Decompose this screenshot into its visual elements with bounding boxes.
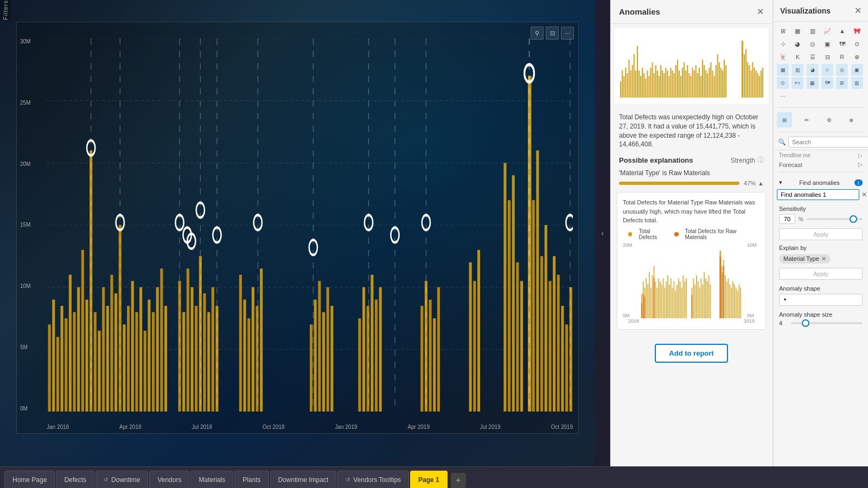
svg-rect-251: [692, 295, 693, 318]
svg-rect-134: [655, 65, 656, 98]
y-label-0m: 0M: [20, 406, 30, 412]
filters-sidebar[interactable]: Filters: [0, 0, 11, 20]
viz-icon-card[interactable]: 🃏: [777, 51, 789, 63]
viz-icon-ribbon[interactable]: 🎀: [851, 25, 863, 37]
tab-defects[interactable]: Defects: [56, 471, 94, 488]
viz-icon-active5[interactable]: ◎: [836, 64, 848, 76]
viz-icon-table[interactable]: ⊞: [777, 25, 789, 37]
tab-vendors-tooltips[interactable]: ↺ Vendors Tooltips: [337, 471, 409, 488]
anomaly-shape-input[interactable]: [779, 294, 863, 306]
add-to-report-btn[interactable]: Add to report: [655, 344, 727, 363]
viz-icon-gauge[interactable]: ⊙: [851, 38, 863, 50]
explain-by-apply-btn[interactable]: Apply: [779, 268, 863, 280]
viz-panel-close[interactable]: ✕: [854, 5, 861, 16]
viz-icon-py[interactable]: PY: [792, 77, 803, 89]
viz-icon-matrix[interactable]: ⊟: [821, 51, 833, 63]
svg-rect-188: [761, 70, 762, 98]
viz-icon-kpi[interactable]: K: [792, 51, 803, 63]
viz-icon-active6[interactable]: ▣: [851, 64, 863, 76]
svg-rect-73: [512, 175, 515, 412]
viz-icon-bar[interactable]: ▦: [792, 25, 803, 37]
viz-icon-donut[interactable]: ◎: [807, 38, 819, 50]
viz-icon-line[interactable]: 📈: [821, 25, 833, 37]
viz-search-input[interactable]: [788, 137, 868, 147]
svg-rect-206: [666, 281, 667, 318]
svg-rect-209: [671, 278, 672, 318]
svg-rect-113: [620, 81, 621, 98]
anomaly-description: Total Defects was unexpectedly high on O…: [610, 108, 773, 151]
svg-rect-68: [469, 262, 472, 412]
svg-rect-183: [752, 62, 753, 98]
shape-size-slider-thumb[interactable]: [802, 319, 809, 327]
viz-icon-map[interactable]: 🗺: [836, 38, 848, 50]
tab-downtime-impact[interactable]: Downtime Impact: [270, 471, 337, 488]
svg-rect-205: [664, 287, 665, 318]
find-anomalies-input[interactable]: [777, 189, 859, 200]
anomalies-panel-close[interactable]: ✕: [757, 7, 764, 17]
svg-rect-181: [749, 65, 750, 98]
trendline-label: Trendline me ▷: [774, 150, 868, 159]
svg-rect-71: [503, 163, 506, 412]
viz-icon-slicer[interactable]: ☰: [807, 51, 819, 63]
viz-bottom-1[interactable]: ⊞: [777, 112, 792, 127]
find-anomalies-input-row: ✕: [777, 188, 865, 201]
viz-icon-active11[interactable]: ▥: [851, 77, 863, 89]
sensitivity-input[interactable]: [779, 214, 795, 224]
x-label-apr18: Apr 2018: [119, 424, 142, 430]
viz-icon-area[interactable]: ▲: [836, 25, 848, 37]
viz-icon-active9[interactable]: 🗺: [821, 77, 833, 89]
svg-rect-125: [640, 76, 641, 98]
find-anomalies-remove[interactable]: ✕: [861, 191, 867, 198]
viz-icon-scatter[interactable]: ⊹: [777, 38, 789, 50]
tab-vendors[interactable]: Vendors: [149, 471, 189, 488]
explain-by-tag: Material Type ✕: [779, 254, 831, 264]
explain-by-remove[interactable]: ✕: [821, 255, 826, 262]
svg-rect-122: [635, 70, 636, 98]
svg-rect-216: [681, 287, 682, 318]
viz-bottom-2[interactable]: ✏: [799, 112, 814, 127]
viz-icon-active2[interactable]: ▥: [792, 64, 803, 76]
svg-rect-36: [182, 312, 185, 412]
tab-vendors-tooltips-label: Vendors Tooltips: [353, 476, 401, 484]
viz-icon-active10[interactable]: ⊞: [836, 77, 848, 89]
viz-icon-active3[interactable]: ◕: [807, 64, 819, 76]
tab-downtime[interactable]: ↺ Downtime: [95, 471, 148, 488]
viz-icon-r[interactable]: R: [836, 51, 848, 63]
svg-rect-226: [701, 278, 702, 318]
sensitivity-apply-btn[interactable]: Apply: [779, 228, 863, 240]
more-btn[interactable]: ···: [561, 27, 574, 40]
svg-rect-124: [639, 70, 640, 98]
viz-icon-dots[interactable]: ···: [777, 90, 789, 102]
sensitivity-slider-track[interactable]: [807, 218, 863, 220]
tab-page-1[interactable]: Page 1: [410, 471, 448, 488]
shape-size-value: 4: [779, 320, 788, 326]
viz-icon-active1[interactable]: ▦: [777, 64, 789, 76]
svg-rect-51: [310, 324, 312, 412]
viz-icon-active7[interactable]: ⊙: [777, 77, 789, 89]
viz-icon-treemap[interactable]: ▣: [821, 38, 833, 50]
focus-btn[interactable]: ⊡: [546, 27, 559, 40]
tab-materials[interactable]: Materials: [190, 471, 233, 488]
viz-icon-pie[interactable]: ◕: [792, 38, 803, 50]
viz-icon-active8[interactable]: ▦: [807, 77, 819, 89]
chart-container: ⚲ ⊡ ··· 30M 25M 20M 15M 10M 5M 0M: [16, 22, 579, 434]
viz-icon-column[interactable]: ▥: [807, 25, 819, 37]
tab-home-page[interactable]: Home Page: [4, 471, 55, 488]
sensitivity-slider-thumb[interactable]: [850, 215, 857, 223]
viz-icon-active4[interactable]: ⊹: [821, 64, 833, 76]
filter-btn[interactable]: ⚲: [531, 27, 544, 40]
tab-add-btn[interactable]: +: [451, 473, 466, 488]
svg-rect-182: [750, 70, 751, 98]
svg-rect-163: [704, 65, 705, 98]
svg-rect-174: [722, 70, 723, 98]
viz-bottom-3[interactable]: ⚙: [821, 112, 837, 127]
shape-size-slider-track[interactable]: [791, 322, 863, 324]
viz-bottom-4[interactable]: ⊕: [844, 112, 859, 127]
tab-plants[interactable]: Plants: [234, 471, 269, 488]
svg-rect-237: [726, 281, 727, 318]
viz-icon-more2[interactable]: ⊕: [851, 51, 863, 63]
tab-home-page-label: Home Page: [12, 476, 47, 484]
svg-rect-117: [627, 73, 628, 98]
collapse-panel-btn[interactable]: ‹: [595, 0, 610, 466]
svg-rect-228: [704, 272, 705, 318]
